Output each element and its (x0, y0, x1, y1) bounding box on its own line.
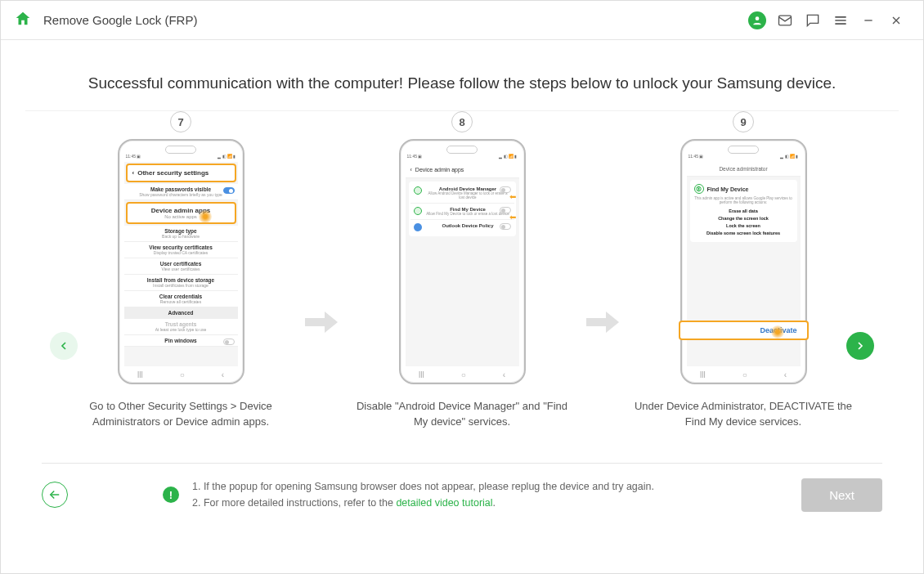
tap-indicator-icon (199, 210, 212, 223)
find-device-icon (414, 207, 422, 215)
row-sub: Allow Android Device Manager to lock or … (425, 191, 511, 200)
tap-indicator-icon (771, 325, 784, 339)
find-device-icon: ⦿ (694, 184, 704, 194)
row-sub: View user certificates (129, 267, 233, 271)
step-badge: 7 (170, 111, 191, 132)
row-sub: Display trusted CA certificates (129, 250, 233, 255)
minimize-button[interactable] (854, 7, 882, 34)
row-title: Clear credentials (129, 294, 233, 299)
screen-header: Other security settings (137, 169, 209, 177)
next-button[interactable]: Next (801, 478, 882, 512)
row-sub: Install certificates from storage (129, 283, 233, 288)
step-caption: Disable "Android Device Manager" and "Fi… (348, 399, 576, 430)
step-9: 9 11:45 ▣▂ ◧ 📶 ▮ Device administrator ⦿ … (629, 111, 858, 430)
headline: Successful communication with the comput… (1, 40, 923, 110)
mail-icon[interactable] (771, 7, 799, 34)
account-icon[interactable] (743, 7, 771, 34)
note-1: 1. If the popup for opening Samsung brow… (192, 478, 654, 495)
outlook-icon (414, 223, 422, 231)
arrow-indicator-icon: ⬅ (509, 192, 516, 201)
highlighted-item: Device admin apps No active apps (126, 202, 236, 224)
bullet: Change the screen lock (694, 216, 793, 221)
step-badge: 9 (733, 111, 754, 132)
bullet: Lock the screen (694, 223, 793, 228)
toggle-icon (500, 223, 511, 230)
row-title: Install from device storage (129, 277, 233, 283)
row-title: User certificates (129, 261, 233, 267)
card-title: Find My Device (707, 186, 749, 192)
row-title: Storage type (129, 228, 233, 234)
screen-header: Device administrator (687, 162, 801, 177)
steps-content: 7 11:45 ▣▂ ◧ 📶 ▮ ‹ Other security settin… (1, 111, 923, 430)
highlight-title: Device admin apps (132, 207, 230, 214)
info-icon: ! (163, 487, 179, 503)
row-title: Make passwords visible (129, 186, 233, 192)
svg-point-0 (756, 16, 760, 20)
feedback-icon[interactable] (799, 7, 827, 34)
row-title: Outlook Device Policy (425, 223, 511, 228)
step-8: 8 11:45 ▣▂ ◧ 📶 ▮ ‹Device admin apps Andr… (348, 111, 576, 430)
phone-mockup-8: 11:45 ▣▂ ◧ 📶 ▮ ‹Device admin apps Androi… (399, 139, 526, 384)
row-title: Trust agents (129, 321, 233, 327)
row-sub: At least one lock type to use (129, 327, 233, 332)
row-title: Pin windows (129, 338, 233, 343)
toggle-icon (223, 339, 235, 345)
menu-icon[interactable] (827, 7, 854, 34)
chevron-left-icon: ‹ (410, 167, 412, 173)
phone-mockup-9: 11:45 ▣▂ ◧ 📶 ▮ Device administrator ⦿ Fi… (680, 139, 807, 384)
note-2-suffix: . (493, 497, 496, 509)
note-2-prefix: 2. For more detailed instructions, refer… (192, 497, 396, 509)
row-title: Advanced (129, 310, 233, 316)
footer-notes: 1. If the popup for opening Samsung brow… (192, 478, 654, 511)
note-2: 2. For more detailed instructions, refer… (192, 495, 654, 511)
arrow-right-icon (305, 310, 338, 338)
tutorial-link[interactable]: detailed video tutorial (396, 497, 492, 509)
arrow-right-icon (586, 310, 619, 338)
card-desc: This admin app is active and allows Goog… (694, 196, 793, 204)
close-button[interactable] (882, 7, 910, 34)
svg-rect-1 (779, 16, 792, 25)
row-sub: Show password characters briefly as you … (129, 192, 233, 197)
chevron-left-icon: ‹ (132, 169, 135, 177)
home-icon[interactable] (14, 10, 32, 31)
android-icon (414, 186, 422, 195)
highlight-sub: No active apps (132, 214, 230, 219)
row-sub: Remove all certificates (129, 299, 233, 304)
step-7: 7 11:45 ▣▂ ◧ 📶 ▮ ‹ Other security settin… (66, 111, 295, 430)
screen-header: Device admin apps (415, 167, 464, 173)
step-badge: 8 (451, 111, 473, 132)
back-button[interactable] (42, 482, 68, 508)
footer: ! 1. If the popup for opening Samsung br… (1, 464, 923, 535)
step-caption: Under Device Administrator, DEACTIVATE t… (629, 399, 858, 430)
phone-mockup-7: 11:45 ▣▂ ◧ 📶 ▮ ‹ Other security settings… (118, 139, 244, 384)
row-sub: Back up to hardware (129, 234, 233, 239)
bullet: Erase all data (694, 209, 793, 213)
page-title: Remove Google Lock (FRP) (43, 13, 197, 27)
step-caption: Go to Other Security Settings > Device A… (66, 399, 295, 430)
row-title: View security certificates (129, 244, 233, 250)
bullet: Disable some screen lock features (694, 231, 793, 235)
toggle-icon (223, 187, 235, 194)
titlebar: Remove Google Lock (FRP) (1, 1, 923, 40)
row-sub: Allow Find My Device to lock or erase a … (425, 212, 511, 216)
highlighted-action-bar: Deactivate (679, 321, 809, 340)
